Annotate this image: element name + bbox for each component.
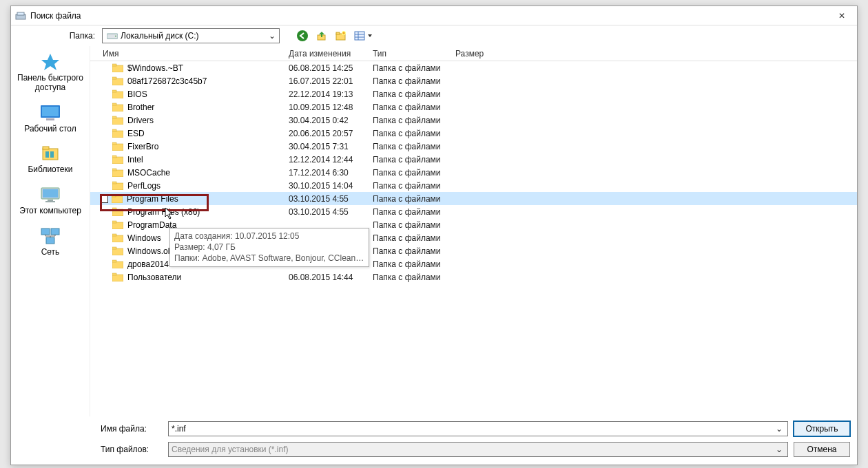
star-icon xyxy=(38,52,63,72)
tooltip-line: Папки: Adobe, AVAST Software, Bonjour, C… xyxy=(174,253,364,264)
row-name: BIOS xyxy=(127,89,147,99)
filename-label: Имя файла: xyxy=(101,424,163,434)
table-row[interactable]: Intel12.12.2014 12:44Папка с файлами xyxy=(90,153,857,166)
row-type: Папка с файлами xyxy=(360,194,443,204)
row-name: Windows.old xyxy=(127,246,174,256)
table-row[interactable]: Program Files (x86)03.10.2015 4:55Папка … xyxy=(90,205,857,218)
column-size[interactable]: Размер xyxy=(443,49,498,58)
list-rows: Дата создания: 10.07.2015 12:05 Размер: … xyxy=(90,61,857,416)
table-row[interactable]: PerfLogs30.10.2015 14:04Папка с файлами xyxy=(90,179,857,192)
back-button[interactable] xyxy=(295,28,310,43)
column-date[interactable]: Дата изменения xyxy=(276,49,360,58)
path-text: Локальный диск (C:) xyxy=(121,31,267,41)
svg-rect-40 xyxy=(112,142,116,145)
row-date: 12.12.2014 12:44 xyxy=(276,155,360,164)
view-menu-button[interactable] xyxy=(353,28,375,43)
svg-rect-55 xyxy=(112,248,123,255)
row-name: дрова2014 xyxy=(127,259,169,269)
folder-icon xyxy=(112,142,123,151)
column-name[interactable]: Имя xyxy=(90,49,276,58)
svg-rect-46 xyxy=(112,182,116,184)
svg-rect-44 xyxy=(112,169,116,171)
sidebar-item-libraries[interactable]: Библиотеки xyxy=(11,143,90,175)
svg-rect-36 xyxy=(112,116,116,118)
svg-rect-18 xyxy=(45,151,49,158)
svg-rect-50 xyxy=(112,208,116,210)
row-name: Пользователи xyxy=(127,273,181,282)
sidebar-item-quick-access[interactable]: Панель быстрого доступа xyxy=(11,52,90,93)
row-date: 20.06.2015 20:57 xyxy=(276,129,360,138)
titlebar: Поиск файла ✕ xyxy=(11,6,857,25)
svg-rect-38 xyxy=(112,129,116,131)
new-folder-button[interactable] xyxy=(333,28,349,43)
filename-field[interactable] xyxy=(172,424,774,434)
table-row[interactable]: $Windows.~BT06.08.2015 14:25Папка с файл… xyxy=(90,61,857,74)
filetype-text: Сведения для установки (*.inf) xyxy=(172,445,774,454)
table-row[interactable]: Brother10.09.2015 12:48Папка с файлами xyxy=(90,100,857,114)
table-row[interactable]: BIOS22.12.2014 19:13Папка с файлами xyxy=(90,87,857,100)
filename-input[interactable]: ⌄ xyxy=(168,421,788,436)
close-button[interactable]: ✕ xyxy=(831,8,853,23)
row-name: FixerBro xyxy=(127,142,158,151)
svg-rect-27 xyxy=(112,65,123,72)
svg-rect-45 xyxy=(112,183,123,190)
open-button[interactable]: Открыть xyxy=(794,421,850,436)
svg-rect-54 xyxy=(112,234,116,236)
svg-rect-9 xyxy=(355,32,364,40)
folder-icon xyxy=(112,76,123,85)
sidebar-item-network[interactable]: Сеть xyxy=(11,226,90,257)
dialog-footer: Имя файла: ⌄ Открыть Тип файлов: Сведени… xyxy=(11,416,857,465)
folder-icon xyxy=(112,103,123,111)
row-name: PerfLogs xyxy=(127,181,161,191)
sidebar-item-desktop[interactable]: Рабочий стол xyxy=(11,103,90,134)
svg-rect-26 xyxy=(46,237,54,244)
svg-rect-7 xyxy=(336,32,340,34)
row-checkbox[interactable] xyxy=(100,195,108,203)
svg-rect-47 xyxy=(112,196,123,203)
svg-rect-35 xyxy=(112,118,123,125)
folder-icon xyxy=(112,194,123,203)
chevron-down-icon[interactable]: ⌄ xyxy=(774,424,785,434)
row-type: Папка с файлами xyxy=(360,220,443,230)
path-dropdown[interactable]: Локальный диск (C:) ⌄ xyxy=(102,28,280,43)
row-name: Program Files (x86) xyxy=(127,207,200,217)
svg-rect-37 xyxy=(112,131,123,138)
table-row[interactable]: Drivers30.04.2015 0:42Папка с файлами xyxy=(90,114,857,127)
svg-rect-59 xyxy=(112,275,123,281)
svg-rect-57 xyxy=(112,262,123,268)
svg-rect-53 xyxy=(112,235,123,242)
row-type: Папка с файлами xyxy=(360,168,443,178)
row-date: 03.10.2015 4:55 xyxy=(276,194,360,204)
table-row[interactable]: 08af1726872c3c45b716.07.2015 22:01Папка … xyxy=(90,74,857,87)
table-row[interactable]: FixerBro30.04.2015 7:31Папка с файлами xyxy=(90,140,857,153)
up-button[interactable] xyxy=(314,28,329,43)
chevron-down-icon[interactable]: ⌄ xyxy=(774,445,785,454)
tooltip-line: Дата создания: 10.07.2015 12:05 xyxy=(174,231,364,242)
column-type[interactable]: Тип xyxy=(360,49,443,58)
table-row[interactable]: Пользователи06.08.2015 14:44Папка с файл… xyxy=(90,270,857,284)
row-name: Brother xyxy=(127,103,154,112)
dialog-body: Панель быстрого доступа Рабочий стол Биб… xyxy=(11,46,857,416)
svg-rect-22 xyxy=(48,200,53,201)
table-row[interactable]: Program Files03.10.2015 4:55Папка с файл… xyxy=(90,192,857,205)
svg-rect-19 xyxy=(50,151,54,158)
svg-rect-52 xyxy=(112,221,116,223)
sidebar-item-this-pc[interactable]: Этот компьютер xyxy=(11,184,90,216)
window-title: Поиск файла xyxy=(30,11,831,21)
row-date: 30.04.2015 7:31 xyxy=(276,142,360,151)
svg-rect-24 xyxy=(41,228,50,235)
cancel-button[interactable]: Отмена xyxy=(794,442,850,457)
svg-rect-58 xyxy=(112,260,116,262)
folder-icon xyxy=(112,168,123,177)
row-type: Папка с файлами xyxy=(360,259,443,269)
chevron-down-icon: ⌄ xyxy=(267,31,278,41)
filetype-select[interactable]: Сведения для установки (*.inf) ⌄ xyxy=(168,442,788,457)
row-name: ESD xyxy=(127,129,145,138)
row-name: $Windows.~BT xyxy=(127,63,183,73)
svg-rect-51 xyxy=(112,222,123,229)
svg-rect-21 xyxy=(43,189,58,198)
table-row[interactable]: MSOCache17.12.2014 6:30Папка с файлами xyxy=(90,166,857,179)
svg-rect-31 xyxy=(112,92,123,98)
svg-rect-1 xyxy=(17,12,24,15)
table-row[interactable]: ESD20.06.2015 20:57Папка с файлами xyxy=(90,127,857,140)
